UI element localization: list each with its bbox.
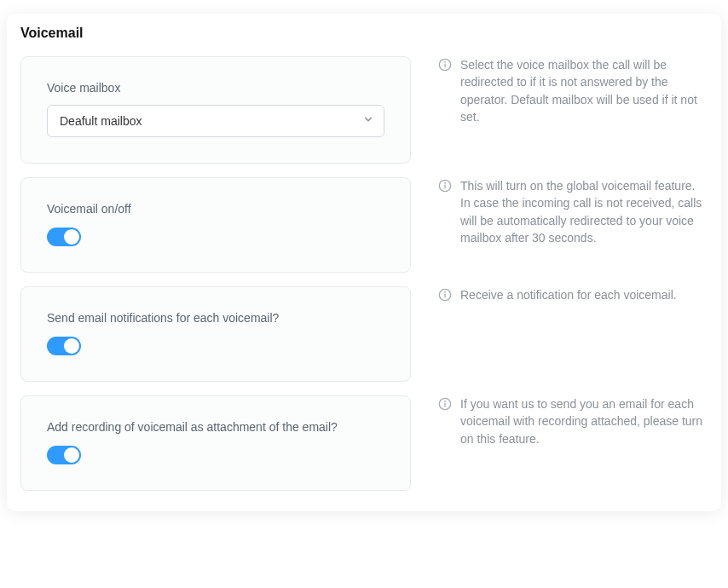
label-recording-attachment: Add recording of voicemail as attachment… [47, 420, 384, 434]
select-voice-mailbox-text: Deafult mailbox [60, 114, 142, 128]
svg-point-2 [445, 61, 446, 62]
select-voice-mailbox-value[interactable]: Deafult mailbox [47, 105, 384, 137]
setting-row-onoff: Voicemail on/off This will turn on the g… [20, 177, 708, 273]
info-text-attachment: If you want us to send you an email for … [460, 395, 708, 491]
info-icon [438, 397, 452, 411]
info-recording-attachment: If you want us to send you an email for … [438, 395, 708, 491]
toggle-knob [64, 447, 79, 463]
label-voicemail-onoff: Voicemail on/off [47, 202, 384, 216]
setting-row-mailbox: Voice mailbox Deafult mailbox Select the… [20, 56, 708, 164]
card-voice-mailbox: Voice mailbox Deafult mailbox [20, 56, 411, 164]
svg-point-8 [445, 291, 446, 292]
card-voicemail-onoff: Voicemail on/off [20, 177, 411, 273]
toggle-knob [64, 338, 79, 354]
label-email-notifications: Send email notifications for each voicem… [47, 311, 384, 325]
svg-point-11 [445, 401, 446, 401]
info-icon [438, 179, 452, 193]
label-voice-mailbox: Voice mailbox [47, 81, 384, 95]
setting-row-attachment: Add recording of voicemail as attachment… [20, 395, 708, 491]
card-email-notifications: Send email notifications for each voicem… [20, 286, 411, 382]
page-title: Voicemail [20, 26, 708, 41]
info-voicemail-onoff: This will turn on the global voicemail f… [438, 177, 708, 273]
info-icon [438, 288, 452, 302]
info-icon [438, 58, 452, 72]
info-voice-mailbox: Select the voice mailbox the call will b… [438, 56, 708, 164]
toggle-knob [64, 229, 79, 245]
info-text-mailbox: Select the voice mailbox the call will b… [460, 56, 708, 164]
card-recording-attachment: Add recording of voicemail as attachment… [20, 395, 411, 491]
svg-point-5 [445, 182, 446, 183]
toggle-voicemail-onoff[interactable] [47, 228, 81, 246]
info-email-notifications: Receive a notification for each voicemai… [438, 286, 708, 382]
toggle-recording-attachment[interactable] [47, 446, 81, 464]
info-text-onoff: This will turn on the global voicemail f… [460, 177, 708, 273]
toggle-email-notifications[interactable] [47, 337, 81, 355]
select-voice-mailbox[interactable]: Deafult mailbox [47, 105, 384, 137]
voicemail-settings-panel: Voicemail Voice mailbox Deafult mailbox … [7, 14, 721, 511]
setting-row-email: Send email notifications for each voicem… [20, 286, 708, 382]
info-text-email: Receive a notification for each voicemai… [460, 286, 677, 382]
